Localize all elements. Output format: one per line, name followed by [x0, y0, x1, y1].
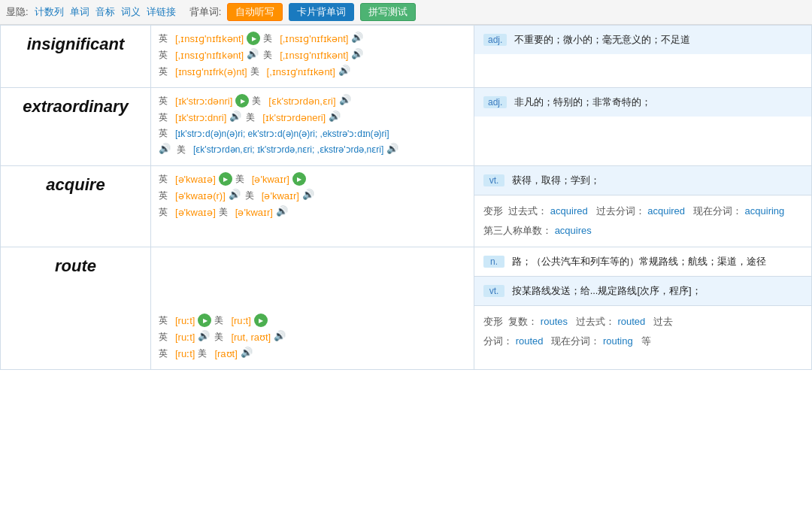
definition-block-n: n. 路；（公共汽车和列车等的）常规路线；航线；渠道，途径 [474, 247, 811, 276]
phonetic-uk-3: [ɪk'strɔːd(ə)n(ə)ri; ek'strɔːd(ə)n(ə)ri;… [175, 129, 389, 139]
def-text-vt: 获得，取得；学到； [512, 174, 600, 186]
auto-listen-button[interactable]: 自动听写 [227, 3, 283, 21]
phonetic-uk-2: [ruːt] [175, 332, 195, 343]
lang-tag-us3: 美 [250, 65, 264, 78]
play-us3-icon[interactable] [338, 65, 352, 78]
play-us2-icon[interactable] [274, 330, 287, 344]
lang-tag-us2: 美 [245, 189, 259, 202]
play-icon-small[interactable] [159, 143, 172, 156]
play-uk2-icon[interactable] [229, 111, 243, 124]
phonetic-row-2: 英 [ɪk'strɔːdnri] 美 [ɪk'strɔrdəneri] [159, 111, 466, 124]
play-uk-icon[interactable] [219, 172, 232, 186]
play-uk-icon[interactable] [247, 32, 260, 45]
lang-tag: 英 [159, 95, 172, 108]
plural-label: 复数： [508, 316, 538, 327]
present-part-link2[interactable]: routing [603, 335, 633, 347]
morph-block-route: 变形 复数： routes 过去式： routed 过去 分词： routed … [474, 306, 811, 357]
phonetic-row-3: 英 [ɪk'strɔːd(ə)n(ə)ri; ek'strɔːd(ə)n(ə)r… [159, 127, 466, 140]
phonetic-link[interactable]: 音标 [95, 5, 115, 19]
phonetic-row-3: 英 [ə'kwaɪə] 美 [ə'kwaɪr] [159, 205, 466, 219]
phonetic-us-2: [,ɪnsɪɡ'nɪfɪkənt] [280, 50, 348, 61]
lang-tag-us: 美 [252, 95, 265, 108]
past-label: 过去式： [576, 316, 615, 327]
phonetic-row-3: 英 [ɪnsɪɡ'nɪfrk(ə)nt] 美 [,ɪnsɪɡ'nɪfɪkənt] [159, 65, 466, 78]
lang-tag-us2: 美 [214, 331, 228, 344]
word-text: acquire [46, 175, 105, 194]
phonetic-row-2: 英 [ə'kwaɪə(r)] 美 [ə'kwaɪr] [159, 189, 466, 202]
phonetic-uk: [,ɪnsɪɡ'nɪfɪkənt] [175, 33, 244, 44]
play-uk2-icon[interactable] [247, 48, 260, 62]
past-participle-link[interactable]: acquired [647, 205, 685, 217]
lang-tag-3: 英 [159, 347, 172, 360]
count-col-link[interactable]: 计数列 [35, 5, 64, 19]
phonetic-uk-3: [ɪnsɪɡ'nɪfrk(ə)nt] [175, 66, 247, 77]
word-text: route [55, 256, 96, 275]
play-uk2-icon[interactable] [229, 189, 242, 202]
morph-block: 变形 过去式： acquired 过去分词： acquired 现在分词： ac… [474, 195, 811, 247]
play-us4-icon[interactable] [386, 143, 400, 156]
phonetic-us: [,ɪnsɪɡ'nɪfɪkənt] [280, 33, 348, 44]
past-link[interactable]: routed [617, 316, 645, 327]
play-us2-icon[interactable] [302, 189, 316, 202]
present-participle-label: 现在分词： [693, 205, 742, 217]
play-uk-icon[interactable] [198, 314, 211, 327]
table-row: route 英 [ruːt] 美 [ruːt] 英 [ruːt] 美 [r [1, 247, 812, 370]
play-us-icon[interactable] [351, 32, 365, 45]
lang-tag-2: 英 [159, 331, 172, 344]
hide-label: 显隐: [6, 5, 29, 19]
morph-label: 变形 [483, 205, 503, 217]
phonetic-us: [ə'kwaɪr] [252, 174, 289, 185]
card-back-button[interactable]: 卡片背单词 [289, 3, 354, 21]
play-us2-icon[interactable] [329, 111, 342, 124]
def-text-vt2: 按某路线发送；给...规定路线[次序，程序]； [512, 285, 701, 296]
phonetic-us-2: [ə'kwaɪr] [262, 190, 299, 201]
definition-block: adj. 不重要的；微小的；毫无意义的；不足道 [474, 26, 811, 54]
present-participle-link[interactable]: acquiring [745, 205, 785, 217]
play-us-icon-green[interactable] [292, 172, 306, 186]
definition-block: adj. 非凡的；特别的；非常奇特的； [474, 88, 811, 117]
phonetic-us: [ruːt] [231, 315, 250, 326]
table-row: extraordinary 英 [ɪk'strɔːdənri] 美 [ɛk'st… [1, 88, 812, 166]
pos-tag-vt: vt. [483, 174, 504, 186]
phonetic-row-2: 英 [ruːt] 美 [rut, raʊt] [159, 330, 466, 344]
plural-link[interactable]: routes [541, 316, 568, 327]
phonetic-uk-2: [,ɪnsɪɡ'nɪfɪkənt] [175, 50, 244, 61]
phonetic-row-3: 英 [ruːt] 美 [raʊt] [159, 347, 466, 360]
phonetic-row-4: 美 [ɛk'strɔrdən,ɛri; ɪk'strɔrdə,nɛri; ,ɛk… [159, 143, 466, 156]
phonetic-uk-3: [ə'kwaɪə] [175, 207, 216, 218]
lang-tag-2: 英 [159, 49, 172, 62]
lang-tag-us: 美 [214, 314, 228, 327]
past-participle-label: 过去分词： [596, 205, 645, 217]
table-row: acquire 英 [ə'kwaɪə] 美 [ə'kwaɪr] 英 [ə'kwa… [1, 166, 812, 247]
play-uk2-icon[interactable] [198, 330, 211, 344]
third-link[interactable]: acquires [555, 225, 592, 236]
lang-tag-us: 美 [263, 32, 277, 45]
play-us-icon[interactable] [339, 94, 353, 108]
lang-tag-us: 美 [235, 173, 249, 186]
word-link[interactable]: 单词 [70, 5, 89, 19]
past-label: 过去式： [508, 205, 547, 217]
phonetic-row: 英 [ɪk'strɔːdənri] 美 [ɛk'strɔrdən,ɛri] [159, 94, 466, 108]
pos-tag: adj. [483, 96, 507, 108]
phonetic-row: 英 [ruːt] 美 [ruːt] [159, 314, 466, 327]
lang-tag-3: 英 [159, 206, 172, 219]
past-link[interactable]: acquired [550, 205, 588, 217]
detail-link[interactable]: 详链接 [147, 5, 176, 19]
meaning-link[interactable]: 词义 [121, 5, 141, 19]
play-us3-icon[interactable] [276, 205, 289, 219]
lang-tag: 英 [159, 32, 172, 45]
toolbar: 显隐: 计数列 单词 音标 词义 详链接 背单词: 自动听写 卡片背单词 拼写测… [0, 0, 812, 25]
lang-tag-us2: 美 [263, 49, 277, 62]
play-us2-icon[interactable] [351, 48, 365, 62]
phonetic-uk: [ruːt] [175, 315, 195, 326]
pinyin-test-button[interactable]: 拼写测试 [360, 3, 416, 21]
word-text: insignificant [27, 35, 125, 53]
play-us3-icon[interactable] [241, 347, 254, 360]
lang-tag: 英 [159, 173, 172, 186]
past-part-link2[interactable]: routed [516, 335, 544, 347]
phonetic-uk: [ə'kwaɪə] [175, 174, 216, 185]
phonetic-us-3: [,ɪnsɪɡ'nɪfɪkənt] [267, 66, 335, 77]
definition-block-vt: vt. 获得，取得；学到； [474, 166, 811, 195]
play-us-icon-green[interactable] [254, 314, 268, 327]
play-uk-icon[interactable] [235, 94, 249, 108]
